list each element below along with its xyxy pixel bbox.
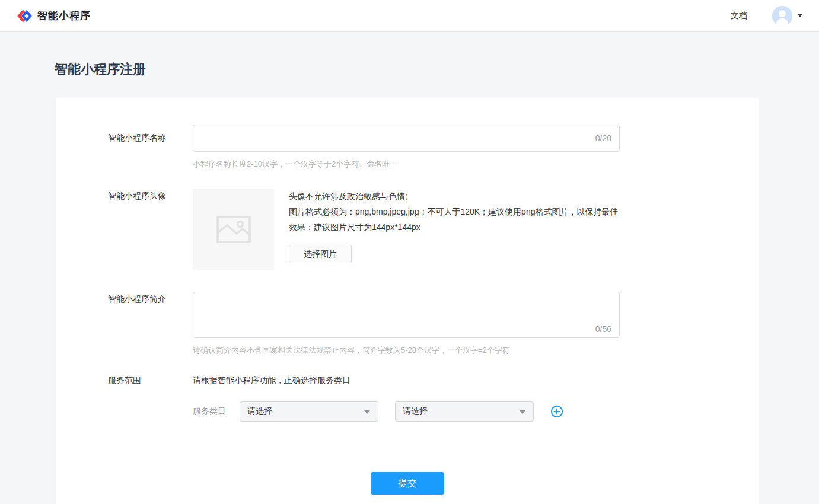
category-select-1[interactable]: 请选择: [240, 401, 378, 422]
name-input[interactable]: [193, 125, 620, 152]
scope-row: 服务范围 请根据智能小程序功能，正确选择服务类目 服务类目 请选择 请选择: [108, 373, 759, 422]
intro-row: 智能小程序简介 0/56 请确认简介内容不含国家相关法律法规禁止内容，简介字数为…: [108, 292, 759, 356]
category-select-2-value: 请选择: [403, 406, 428, 417]
scope-label: 服务范围: [108, 373, 193, 422]
intro-label: 智能小程序简介: [108, 292, 193, 356]
select-caret-icon: [364, 410, 370, 414]
submit-row: 提交: [108, 472, 707, 495]
avatar-row: 智能小程序头像 头像不允许涉及政治敏感与色情; 图片格式必须为：png,bmp,…: [108, 189, 759, 270]
user-menu-caret-icon[interactable]: [798, 14, 802, 17]
main-area: 智能小程序注册 智能小程序名称 0/20 小程序名称长度2-10汉字，一个汉字等…: [0, 32, 819, 504]
avatar-head-shape: [779, 10, 786, 17]
intro-hint: 请确认简介内容不含国家相关法律法规禁止内容，简介字数为5-28个汉字，一个汉字=…: [193, 345, 620, 356]
name-label: 智能小程序名称: [108, 125, 193, 170]
select-caret-icon: [520, 410, 525, 414]
name-char-counter: 0/20: [595, 133, 611, 143]
brand-title: 智能小程序: [37, 9, 91, 23]
scope-instruction: 请根据智能小程序功能，正确选择服务类目: [193, 373, 563, 386]
category-select-1-value: 请选择: [247, 406, 272, 417]
intro-textarea[interactable]: [193, 292, 620, 338]
avatar-rule-line1: 头像不允许涉及政治敏感与色情;: [289, 189, 621, 204]
top-header: 智能小程序 文档: [0, 0, 819, 32]
submit-button[interactable]: 提交: [371, 472, 444, 495]
header-right: 文档: [731, 6, 802, 26]
category-select-2[interactable]: 请选择: [395, 401, 534, 422]
name-content: 0/20 小程序名称长度2-10汉字，一个汉字等于2个字符。命名唯一: [193, 125, 620, 170]
intro-char-counter: 0/56: [595, 324, 611, 334]
choose-image-button[interactable]: 选择图片: [289, 245, 352, 263]
page-title: 智能小程序注册: [55, 60, 819, 78]
avatar-label: 智能小程序头像: [108, 189, 193, 270]
avatar-description-col: 头像不允许涉及政治敏感与色情; 图片格式必须为：png,bmp,jpeg,jpg…: [289, 189, 621, 270]
avatar-rule-line2: 图片格式必须为：png,bmp,jpeg,jpg；不可大于120K；建议使用pn…: [289, 204, 621, 235]
user-avatar[interactable]: [772, 6, 792, 26]
add-category-button[interactable]: [550, 405, 563, 418]
brand-logo[interactable]: 智能小程序: [17, 8, 91, 24]
intro-content: 0/56 请确认简介内容不含国家相关法律法规禁止内容，简介字数为5-28个汉字，…: [193, 292, 620, 356]
registration-form-card: 智能小程序名称 0/20 小程序名称长度2-10汉字，一个汉字等于2个字符。命名…: [56, 98, 759, 504]
name-hint: 小程序名称长度2-10汉字，一个汉字等于2个字符。命名唯一: [193, 159, 620, 170]
name-row: 智能小程序名称 0/20 小程序名称长度2-10汉字，一个汉字等于2个字符。命名…: [108, 125, 759, 170]
doc-link[interactable]: 文档: [731, 11, 747, 21]
name-input-wrap: 0/20: [193, 125, 620, 152]
image-placeholder-icon: [216, 216, 251, 243]
plus-circle-icon: [550, 405, 563, 418]
category-row: 服务类目 请选择 请选择: [193, 401, 563, 422]
scope-content: 请根据智能小程序功能，正确选择服务类目 服务类目 请选择 请选择: [193, 373, 563, 422]
avatar-body-shape: [776, 18, 788, 26]
smartapp-logo-icon: [17, 8, 33, 24]
user-menu[interactable]: [772, 6, 802, 26]
avatar-upload-preview[interactable]: [193, 189, 274, 270]
category-label: 服务类目: [193, 406, 226, 417]
avatar-content: 头像不允许涉及政治敏感与色情; 图片格式必须为：png,bmp,jpeg,jpg…: [193, 189, 726, 270]
intro-textarea-wrap: 0/56: [193, 292, 620, 338]
